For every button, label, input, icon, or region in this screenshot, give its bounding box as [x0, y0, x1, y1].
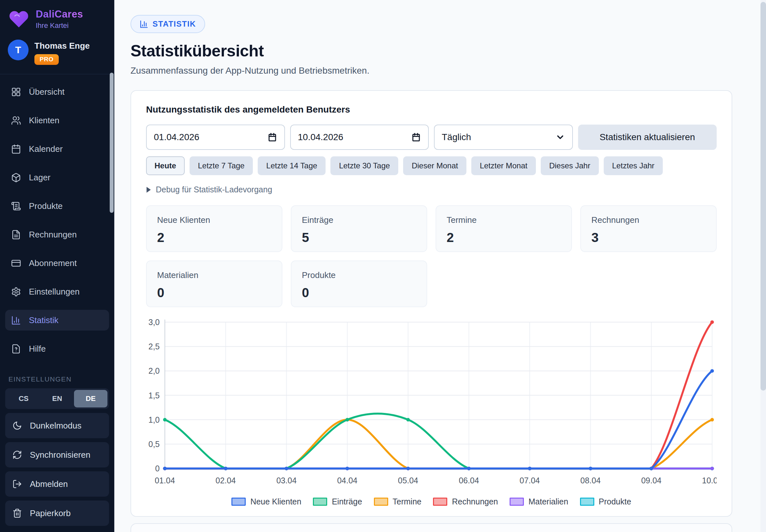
gear-icon	[11, 287, 21, 297]
filter-letzte-14-tage[interactable]: Letzte 14 Tage	[258, 156, 325, 175]
stat-value: 3	[591, 230, 706, 245]
legend-label: Materialien	[529, 497, 568, 506]
sidebar-item-label: Rechnungen	[29, 230, 77, 240]
legend-swatch	[510, 498, 524, 506]
sidebar-item-hilfe[interactable]: Hilfe	[5, 338, 109, 359]
interval-select[interactable]: Täglich	[434, 125, 573, 150]
bar-chart-icon	[140, 20, 148, 29]
svg-text:09.04: 09.04	[641, 476, 662, 485]
trash-button[interactable]: Papierkorb	[5, 501, 109, 526]
legend-item-neue-klienten[interactable]: Neue Klienten	[231, 497, 301, 506]
svg-text:01.04: 01.04	[155, 476, 175, 485]
pro-badge: PRO	[34, 54, 59, 65]
svg-text:2,5: 2,5	[148, 342, 160, 351]
package-icon	[11, 173, 21, 183]
filter-letzte-30-tage[interactable]: Letzte 30 Tage	[330, 156, 398, 175]
sidebar-item-label: Kalender	[29, 144, 63, 154]
filter-dieser-monat[interactable]: Dieser Monat	[403, 156, 467, 175]
trash-icon	[12, 508, 22, 518]
legend-item-eintraege[interactable]: Einträge	[313, 497, 362, 506]
svg-text:05.04: 05.04	[398, 476, 419, 485]
legend-item-materialien[interactable]: Materialien	[510, 497, 568, 506]
lang-en[interactable]: EN	[40, 390, 74, 407]
refresh-icon	[12, 450, 22, 460]
filter-letzter-monat[interactable]: Letzter Monat	[471, 156, 536, 175]
app-name: DaliCares	[36, 8, 83, 20]
filter-dieses-jahr[interactable]: Dieses Jahr	[541, 156, 599, 175]
legend-swatch	[580, 498, 594, 506]
stat-card-termine: Termine 2	[436, 205, 572, 252]
svg-text:3,0: 3,0	[148, 318, 160, 327]
svg-text:08.04: 08.04	[580, 476, 601, 485]
page-badge-label: STATISTIK	[152, 19, 196, 29]
legend-item-rechnungen[interactable]: Rechnungen	[433, 497, 498, 506]
legend-item-produkte[interactable]: Produkte	[580, 497, 631, 506]
debug-toggle[interactable]: Debug für Statistik-Ladevorgang	[146, 185, 717, 194]
sidebar-item-label: Klienten	[29, 115, 59, 126]
stat-value: 2	[447, 230, 561, 245]
sidebar-item-abonnement[interactable]: Abonnement	[5, 253, 109, 273]
stat-label: Materialien	[157, 270, 271, 280]
credit-card-icon	[11, 258, 21, 268]
svg-text:03.04: 03.04	[276, 476, 297, 485]
legend-label: Termine	[393, 497, 422, 506]
page-badge: STATISTIK	[130, 15, 205, 33]
sidebar-item-kalender[interactable]: Kalender	[5, 139, 109, 159]
sidebar-item-lager[interactable]: Lager	[5, 167, 109, 188]
legend-label: Rechnungen	[452, 497, 498, 506]
sidebar-item-statistik[interactable]: Statistik	[5, 310, 109, 331]
calendar-icon	[11, 144, 21, 154]
usage-chart: 01.0402.0403.0404.0405.0406.0407.0408.04…	[146, 317, 717, 494]
legend-swatch	[231, 498, 246, 506]
svg-text:10.04: 10.04	[702, 476, 717, 485]
sidebar-item-label: Hilfe	[29, 344, 46, 354]
sidebar-scrollbar-thumb[interactable]	[110, 73, 114, 213]
date-from-value: 01.04.2026	[154, 132, 199, 142]
refresh-statistics-button[interactable]: Statistiken aktualisieren	[578, 125, 717, 150]
sidebar-item-produkte[interactable]: Produkte	[5, 196, 109, 216]
scrollbar-thumb[interactable]	[760, 2, 766, 391]
avatar: T	[8, 40, 29, 60]
legend-item-termine[interactable]: Termine	[374, 497, 422, 506]
date-from-input[interactable]: 01.04.2026	[146, 125, 285, 150]
sidebar-item-uebersicht[interactable]: Übersicht	[5, 81, 109, 102]
dark-mode-label: Dunkelmodus	[30, 421, 81, 431]
sync-button[interactable]: Synchronisieren	[5, 442, 109, 467]
filter-letztes-jahr[interactable]: Letztes Jahr	[604, 156, 663, 175]
filter-letzte-7-tage[interactable]: Letzte 7 Tage	[189, 156, 253, 175]
svg-text:04.04: 04.04	[337, 476, 358, 485]
trash-label: Papierkorb	[30, 508, 71, 518]
lang-de[interactable]: DE	[74, 390, 107, 407]
logout-label: Abmelden	[30, 479, 68, 489]
stats-grid: Neue Klienten 2 Einträge 5 Termine 2 Rec…	[146, 205, 717, 307]
logout-button[interactable]: Abmelden	[5, 471, 109, 497]
stat-value: 0	[302, 285, 416, 300]
settings-section-header: EINSTELLUNGEN	[0, 367, 114, 388]
stat-label: Einträge	[302, 215, 416, 225]
filter-heute[interactable]: Heute	[146, 156, 185, 175]
stat-label: Rechnungen	[591, 215, 706, 225]
sidebar-item-rechnungen[interactable]: Rechnungen	[5, 224, 109, 245]
scroll-icon	[11, 201, 21, 211]
lang-cs[interactable]: CS	[7, 390, 40, 407]
sidebar-item-label: Statistik	[29, 315, 58, 325]
dark-mode-button[interactable]: Dunkelmodus	[5, 413, 109, 438]
bar-chart-icon	[11, 315, 21, 325]
svg-text:02.04: 02.04	[215, 476, 236, 485]
sidebar-item-label: Lager	[29, 173, 51, 183]
svg-text:1,5: 1,5	[148, 391, 160, 400]
triangle-right-icon	[146, 187, 151, 193]
interval-value: Täglich	[442, 132, 471, 142]
stat-card-materialien: Materialien 0	[146, 260, 282, 307]
sidebar-item-label: Produkte	[29, 201, 63, 211]
sidebar-item-klienten[interactable]: Klienten	[5, 110, 109, 131]
svg-text:1,0: 1,0	[148, 415, 160, 424]
date-to-input[interactable]: 10.04.2026	[290, 125, 429, 150]
grid-icon	[11, 87, 21, 97]
legend-swatch	[433, 498, 447, 506]
stat-card-eintraege: Einträge 5	[291, 205, 427, 252]
sidebar-item-label: Übersicht	[29, 87, 65, 97]
sidebar-item-einstellungen[interactable]: Einstellungen	[5, 281, 109, 302]
user-card: T Thomas Enge PRO	[0, 35, 114, 74]
stat-card-neue-klienten: Neue Klienten 2	[146, 205, 282, 252]
